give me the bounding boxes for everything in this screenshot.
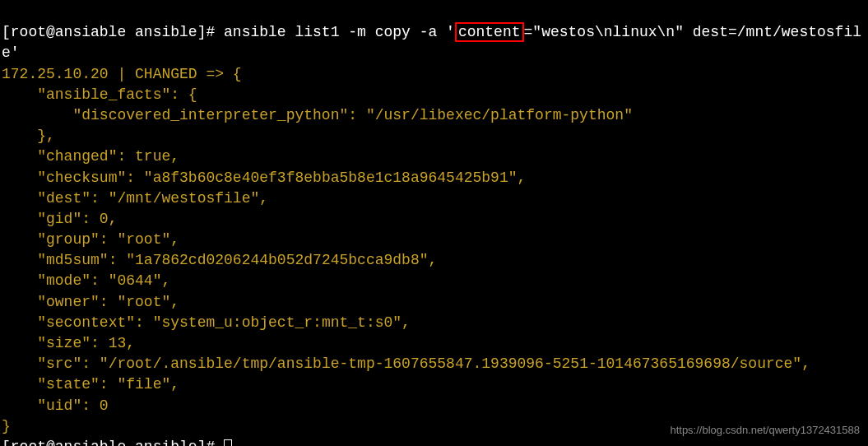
output-mode: "mode": "0644", bbox=[2, 272, 170, 289]
terminal-cursor bbox=[224, 439, 232, 446]
output-changed-key: "changed": bbox=[2, 148, 135, 165]
output-uid: "uid": 0 bbox=[2, 397, 109, 414]
output-size: "size": 13, bbox=[2, 335, 135, 351]
shell-prompt-1: [root@ansiable ansible]# bbox=[2, 24, 224, 40]
output-facts-close: }, bbox=[2, 128, 55, 144]
output-interpreter: "discovered_interpreter_python": "/usr/l… bbox=[2, 107, 633, 123]
output-secontext: "secontext": "system_u:object_r:mnt_t:s0… bbox=[2, 314, 411, 331]
output-host-status: 172.25.10.20 | CHANGED => { bbox=[2, 66, 242, 82]
output-checksum: "checksum": "a8f3b60c8e40ef3f8ebba5b8e1c… bbox=[2, 170, 526, 186]
command-part-1: ansible list1 -m copy -a ' bbox=[224, 24, 455, 40]
shell-prompt-2: [root@ansiable ansible]# bbox=[2, 439, 224, 446]
output-changed-val: true bbox=[135, 148, 170, 165]
output-close-brace: } bbox=[2, 418, 11, 434]
output-gid: "gid": 0, bbox=[2, 211, 117, 227]
highlighted-content-keyword: content bbox=[455, 22, 524, 42]
terminal-output[interactable]: [root@ansiable ansible]# ansible list1 -… bbox=[2, 2, 866, 446]
output-dest: "dest": "/mnt/westosfile", bbox=[2, 190, 268, 207]
output-src: "src": "/root/.ansible/tmp/ansible-tmp-1… bbox=[2, 355, 810, 372]
output-group: "group": "root", bbox=[2, 231, 179, 248]
output-facts-open: "ansible_facts": { bbox=[2, 86, 197, 103]
output-owner: "owner": "root", bbox=[2, 294, 179, 310]
output-md5sum: "md5sum": "1a7862cd0206244b052d7245bcca9… bbox=[2, 252, 437, 268]
output-state: "state": "file", bbox=[2, 376, 179, 393]
output-changed-comma: , bbox=[170, 148, 179, 165]
watermark-text: https://blog.csdn.net/qwerty1372431588 bbox=[670, 423, 860, 438]
